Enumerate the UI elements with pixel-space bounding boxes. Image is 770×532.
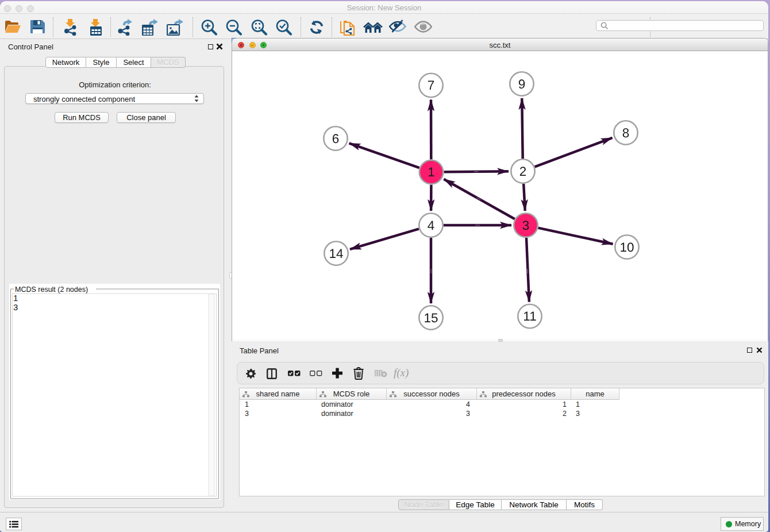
svg-text:8: 8 (622, 126, 630, 140)
svg-text:1: 1 (428, 165, 435, 179)
svg-text:10: 10 (619, 240, 634, 255)
svg-text:15: 15 (424, 311, 438, 325)
svg-text:2: 2 (519, 164, 527, 179)
svg-text:7: 7 (428, 78, 435, 92)
svg-text:4: 4 (428, 218, 435, 233)
svg-text:14: 14 (329, 246, 343, 261)
svg-text:9: 9 (518, 77, 526, 91)
svg-text:6: 6 (332, 132, 340, 146)
svg-text:3: 3 (522, 218, 530, 233)
svg-text:11: 11 (523, 309, 536, 323)
